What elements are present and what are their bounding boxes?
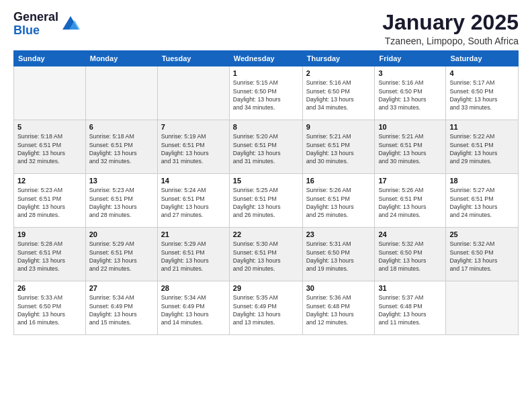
day-detail: Sunrise: 5:37 AM Sunset: 6:48 PM Dayligh… <box>378 293 442 326</box>
calendar-cell: 3Sunrise: 5:16 AM Sunset: 6:50 PM Daylig… <box>375 66 446 120</box>
logo-general: General <box>13 11 58 24</box>
day-detail: Sunrise: 5:16 AM Sunset: 6:50 PM Dayligh… <box>306 79 371 111</box>
day-detail: Sunrise: 5:23 AM Sunset: 6:51 PM Dayligh… <box>89 186 154 219</box>
calendar-cell: 1Sunrise: 5:15 AM Sunset: 6:50 PM Daylig… <box>229 66 302 120</box>
day-number: 15 <box>233 177 299 185</box>
weekday-header: Tuesday <box>157 51 229 66</box>
day-detail: Sunrise: 5:32 AM Sunset: 6:50 PM Dayligh… <box>378 240 442 273</box>
calendar-cell: 11Sunrise: 5:22 AM Sunset: 6:51 PM Dayli… <box>446 120 519 174</box>
calendar-week-row: 12Sunrise: 5:23 AM Sunset: 6:51 PM Dayli… <box>14 174 519 228</box>
weekday-header: Saturday <box>446 51 519 66</box>
day-detail: Sunrise: 5:19 AM Sunset: 6:51 PM Dayligh… <box>161 132 226 165</box>
calendar-cell: 12Sunrise: 5:23 AM Sunset: 6:51 PM Dayli… <box>14 174 86 228</box>
calendar-cell: 26Sunrise: 5:33 AM Sunset: 6:50 PM Dayli… <box>14 281 86 335</box>
calendar-cell: 10Sunrise: 5:21 AM Sunset: 6:51 PM Dayli… <box>375 120 446 174</box>
day-number: 17 <box>378 177 442 185</box>
calendar-cell <box>85 66 157 120</box>
day-number: 11 <box>449 123 515 131</box>
calendar-cell: 23Sunrise: 5:31 AM Sunset: 6:50 PM Dayli… <box>302 228 375 281</box>
calendar-cell: 14Sunrise: 5:24 AM Sunset: 6:51 PM Dayli… <box>157 174 229 228</box>
day-number: 27 <box>89 284 154 292</box>
page-container: General Blue January 2025 Tzaneen, Limpo… <box>0 0 532 342</box>
day-detail: Sunrise: 5:15 AM Sunset: 6:50 PM Dayligh… <box>233 79 299 111</box>
calendar-cell: 28Sunrise: 5:34 AM Sunset: 6:49 PM Dayli… <box>157 281 229 335</box>
day-number: 24 <box>378 230 442 238</box>
day-number: 1 <box>233 69 299 77</box>
day-number: 22 <box>233 230 299 238</box>
calendar-cell: 29Sunrise: 5:35 AM Sunset: 6:49 PM Dayli… <box>229 281 302 335</box>
day-number: 4 <box>449 69 515 77</box>
day-detail: Sunrise: 5:18 AM Sunset: 6:51 PM Dayligh… <box>89 132 154 165</box>
day-detail: Sunrise: 5:25 AM Sunset: 6:51 PM Dayligh… <box>233 186 299 219</box>
day-number: 3 <box>378 69 442 77</box>
day-number: 28 <box>161 284 226 292</box>
calendar-cell: 22Sunrise: 5:30 AM Sunset: 6:51 PM Dayli… <box>229 228 302 281</box>
calendar-week-row: 26Sunrise: 5:33 AM Sunset: 6:50 PM Dayli… <box>14 281 519 335</box>
calendar-cell: 8Sunrise: 5:20 AM Sunset: 6:51 PM Daylig… <box>229 120 302 174</box>
day-number: 12 <box>17 177 82 185</box>
day-detail: Sunrise: 5:32 AM Sunset: 6:50 PM Dayligh… <box>449 240 515 273</box>
day-detail: Sunrise: 5:24 AM Sunset: 6:51 PM Dayligh… <box>161 186 226 219</box>
day-number: 26 <box>17 284 82 292</box>
calendar-cell <box>157 66 229 120</box>
title-block: January 2025 Tzaneen, Limpopo, South Afr… <box>382 11 519 46</box>
calendar-cell: 16Sunrise: 5:26 AM Sunset: 6:51 PM Dayli… <box>302 174 375 228</box>
calendar-cell: 6Sunrise: 5:18 AM Sunset: 6:51 PM Daylig… <box>85 120 157 174</box>
day-number: 5 <box>17 123 82 131</box>
day-detail: Sunrise: 5:36 AM Sunset: 6:48 PM Dayligh… <box>306 293 371 326</box>
day-detail: Sunrise: 5:22 AM Sunset: 6:51 PM Dayligh… <box>449 132 515 165</box>
day-detail: Sunrise: 5:26 AM Sunset: 6:51 PM Dayligh… <box>306 186 371 219</box>
day-detail: Sunrise: 5:18 AM Sunset: 6:51 PM Dayligh… <box>17 132 82 165</box>
day-detail: Sunrise: 5:34 AM Sunset: 6:49 PM Dayligh… <box>89 293 154 326</box>
day-number: 23 <box>306 230 371 238</box>
day-detail: Sunrise: 5:33 AM Sunset: 6:50 PM Dayligh… <box>17 293 82 326</box>
calendar-cell: 27Sunrise: 5:34 AM Sunset: 6:49 PM Dayli… <box>85 281 157 335</box>
day-number: 20 <box>89 230 154 238</box>
calendar-cell: 19Sunrise: 5:28 AM Sunset: 6:51 PM Dayli… <box>14 228 86 281</box>
calendar-cell: 15Sunrise: 5:25 AM Sunset: 6:51 PM Dayli… <box>229 174 302 228</box>
month-title: January 2025 <box>382 11 519 34</box>
calendar-week-row: 19Sunrise: 5:28 AM Sunset: 6:51 PM Dayli… <box>14 228 519 281</box>
day-detail: Sunrise: 5:21 AM Sunset: 6:51 PM Dayligh… <box>378 132 442 165</box>
weekday-header: Monday <box>85 51 157 66</box>
day-detail: Sunrise: 5:26 AM Sunset: 6:51 PM Dayligh… <box>378 186 442 219</box>
day-number: 8 <box>233 123 299 131</box>
day-number: 21 <box>161 230 226 238</box>
day-number: 16 <box>306 177 371 185</box>
day-number: 13 <box>89 177 154 185</box>
day-detail: Sunrise: 5:27 AM Sunset: 6:51 PM Dayligh… <box>449 186 515 219</box>
day-number: 18 <box>449 177 515 185</box>
calendar-cell: 13Sunrise: 5:23 AM Sunset: 6:51 PM Dayli… <box>85 174 157 228</box>
calendar-week-row: 1Sunrise: 5:15 AM Sunset: 6:50 PM Daylig… <box>14 66 519 120</box>
day-number: 6 <box>89 123 154 131</box>
calendar-cell: 7Sunrise: 5:19 AM Sunset: 6:51 PM Daylig… <box>157 120 229 174</box>
weekday-header: Thursday <box>302 51 375 66</box>
calendar-table: SundayMondayTuesdayWednesdayThursdayFrid… <box>13 50 519 335</box>
calendar-cell: 17Sunrise: 5:26 AM Sunset: 6:51 PM Dayli… <box>375 174 446 228</box>
header: General Blue January 2025 Tzaneen, Limpo… <box>13 11 519 46</box>
calendar-cell: 5Sunrise: 5:18 AM Sunset: 6:51 PM Daylig… <box>14 120 86 174</box>
day-detail: Sunrise: 5:31 AM Sunset: 6:50 PM Dayligh… <box>306 240 371 273</box>
logo-blue: Blue <box>13 24 58 38</box>
day-detail: Sunrise: 5:35 AM Sunset: 6:49 PM Dayligh… <box>233 293 299 326</box>
calendar-header-row: SundayMondayTuesdayWednesdayThursdayFrid… <box>14 51 519 66</box>
day-number: 25 <box>449 230 515 238</box>
calendar-cell: 31Sunrise: 5:37 AM Sunset: 6:48 PM Dayli… <box>375 281 446 335</box>
weekday-header: Sunday <box>14 51 86 66</box>
calendar-cell: 24Sunrise: 5:32 AM Sunset: 6:50 PM Dayli… <box>375 228 446 281</box>
calendar-week-row: 5Sunrise: 5:18 AM Sunset: 6:51 PM Daylig… <box>14 120 519 174</box>
day-number: 9 <box>306 123 371 131</box>
calendar-cell: 2Sunrise: 5:16 AM Sunset: 6:50 PM Daylig… <box>302 66 375 120</box>
day-number: 2 <box>306 69 371 77</box>
weekday-header: Wednesday <box>229 51 302 66</box>
calendar-cell: 9Sunrise: 5:21 AM Sunset: 6:51 PM Daylig… <box>302 120 375 174</box>
calendar-cell: 18Sunrise: 5:27 AM Sunset: 6:51 PM Dayli… <box>446 174 519 228</box>
day-detail: Sunrise: 5:29 AM Sunset: 6:51 PM Dayligh… <box>161 240 226 273</box>
calendar-cell: 20Sunrise: 5:29 AM Sunset: 6:51 PM Dayli… <box>85 228 157 281</box>
day-number: 30 <box>306 284 371 292</box>
day-number: 7 <box>161 123 226 131</box>
calendar-cell: 30Sunrise: 5:36 AM Sunset: 6:48 PM Dayli… <box>302 281 375 335</box>
calendar-cell <box>446 281 519 335</box>
day-detail: Sunrise: 5:20 AM Sunset: 6:51 PM Dayligh… <box>233 132 299 165</box>
day-detail: Sunrise: 5:17 AM Sunset: 6:50 PM Dayligh… <box>449 79 515 111</box>
